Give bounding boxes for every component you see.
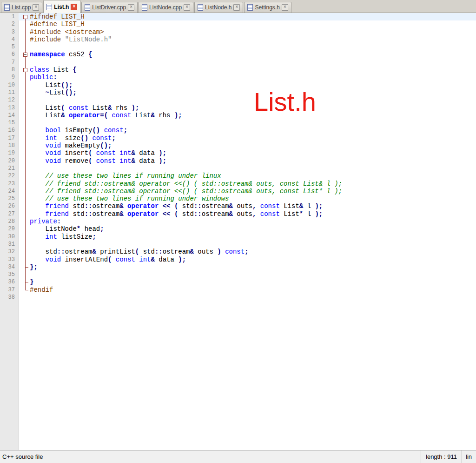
- line-number: 17: [0, 134, 19, 142]
- code-line[interactable]: 8class List {: [0, 66, 476, 74]
- file-icon: [85, 4, 90, 11]
- code-line[interactable]: 20 void remove( const int& data );: [0, 157, 476, 165]
- tab-close-icon[interactable]: ×: [233, 4, 240, 11]
- code-line[interactable]: 6namespace cs52 {: [0, 51, 476, 58]
- file-icon: [46, 4, 52, 10]
- tab-list-cpp[interactable]: List.cpp×: [1, 2, 42, 13]
- code-area[interactable]: 1#ifndef LIST_H2#define LIST_H3#include …: [0, 13, 476, 301]
- fold-guide: [19, 218, 29, 225]
- line-number: 29: [0, 225, 19, 233]
- fold-guide: [19, 294, 29, 301]
- line-number: 20: [0, 157, 19, 165]
- tab-close-icon[interactable]: ×: [128, 4, 134, 11]
- code-text: [29, 96, 476, 104]
- fold-guide: [19, 36, 29, 43]
- line-number: 37: [0, 286, 19, 294]
- code-line[interactable]: 34};: [0, 263, 476, 271]
- file-icon: [142, 4, 147, 11]
- tab-settings-h[interactable]: Settings.h×: [244, 2, 291, 13]
- editor[interactable]: 1#ifndef LIST_H2#define LIST_H3#include …: [0, 13, 476, 450]
- line-number: 24: [0, 188, 19, 195]
- code-line[interactable]: 26 friend std::ostream& operator << ( st…: [0, 202, 476, 210]
- code-text: void insertAtEnd( const int& data );: [29, 256, 476, 263]
- fold-guide: [19, 43, 29, 51]
- code-line[interactable]: 12: [0, 96, 476, 104]
- line-number: 8: [0, 66, 19, 74]
- code-line[interactable]: 31: [0, 241, 476, 248]
- code-line[interactable]: 1#ifndef LIST_H: [0, 13, 476, 20]
- fold-guide: [19, 188, 29, 195]
- fold-guide: [19, 165, 29, 172]
- code-text: friend std::ostream& operator << ( std::…: [29, 202, 476, 210]
- line-number: 26: [0, 202, 19, 210]
- line-number: 3: [0, 28, 19, 36]
- code-line[interactable]: 2#define LIST_H: [0, 20, 476, 28]
- tab-listdriver-cpp[interactable]: ListDriver.cpp×: [81, 2, 138, 13]
- tab-list-h[interactable]: List.h×: [43, 0, 80, 13]
- code-line[interactable]: 7: [0, 59, 476, 66]
- code-line[interactable]: 33 void insertAtEnd( const int& data );: [0, 256, 476, 263]
- code-text: ListNode* head;: [29, 225, 476, 233]
- code-line[interactable]: 24 // friend std::ostream& operator <<()…: [0, 188, 476, 195]
- code-line[interactable]: 4#include "ListNode.h": [0, 36, 476, 43]
- code-line[interactable]: 22 // use these two lines if running und…: [0, 172, 476, 180]
- code-line[interactable]: 29 ListNode* head;: [0, 225, 476, 233]
- code-line[interactable]: 38: [0, 294, 476, 301]
- code-line[interactable]: 14 List& operator=( const List& rhs );: [0, 112, 476, 119]
- code-line[interactable]: 17 int size() const;: [0, 134, 476, 142]
- code-line[interactable]: 3#include <iostream>: [0, 28, 476, 36]
- code-line[interactable]: 11 ~List();: [0, 89, 476, 96]
- line-number: 22: [0, 172, 19, 180]
- line-number: 5: [0, 43, 19, 51]
- code-line[interactable]: 23 // friend std::ostream& operator <<()…: [0, 180, 476, 188]
- tab-label: ListNode.cpp: [149, 4, 182, 11]
- code-line[interactable]: 27 friend std::ostream& operator << ( st…: [0, 210, 476, 218]
- code-line[interactable]: 15: [0, 119, 476, 127]
- code-text: #include <iostream>: [29, 28, 476, 36]
- fold-guide: [19, 180, 29, 188]
- tab-listnode-h[interactable]: ListNode.h×: [194, 2, 243, 13]
- file-icon: [4, 4, 10, 11]
- fold-guide: [19, 202, 29, 210]
- code-line[interactable]: 10 List();: [0, 81, 476, 89]
- code-line[interactable]: 13 List( const List& rhs );: [0, 104, 476, 112]
- line-number: 15: [0, 119, 19, 127]
- code-line[interactable]: 35: [0, 271, 476, 278]
- fold-guide: [19, 286, 29, 294]
- fold-toggle-icon[interactable]: [19, 66, 29, 74]
- fold-guide: [19, 20, 29, 28]
- code-line[interactable]: 5: [0, 43, 476, 51]
- code-line[interactable]: 9public:: [0, 74, 476, 81]
- code-line[interactable]: 21: [0, 165, 476, 172]
- fold-guide: [19, 172, 29, 180]
- tab-close-icon[interactable]: ×: [71, 4, 77, 10]
- code-line[interactable]: 37#endif: [0, 286, 476, 294]
- line-number: 4: [0, 36, 19, 43]
- tab-close-icon[interactable]: ×: [33, 4, 39, 11]
- tab-label: ListDriver.cpp: [92, 4, 126, 11]
- code-line[interactable]: 25 // use these two lines if running und…: [0, 195, 476, 202]
- fold-toggle-icon[interactable]: [19, 13, 29, 20]
- line-number: 6: [0, 51, 19, 58]
- line-number: 16: [0, 127, 19, 134]
- code-line[interactable]: 18 void makeEmpty();: [0, 142, 476, 149]
- code-line[interactable]: 30 int listSize;: [0, 233, 476, 241]
- code-line[interactable]: 28private:: [0, 218, 476, 225]
- fold-guide: [19, 248, 29, 255]
- tab-listnode-cpp[interactable]: ListNode.cpp×: [139, 2, 193, 13]
- line-number: 35: [0, 271, 19, 278]
- tab-close-icon[interactable]: ×: [282, 4, 288, 11]
- code-line[interactable]: 16 bool isEmpty() const;: [0, 127, 476, 134]
- line-number: 2: [0, 20, 19, 28]
- code-text: void insert( const int& data );: [29, 149, 476, 157]
- line-number: 7: [0, 59, 19, 66]
- code-line[interactable]: 32 std::ostream& printList( std::ostream…: [0, 248, 476, 255]
- fold-guide: [19, 81, 29, 89]
- code-text: [29, 241, 476, 248]
- file-icon: [247, 4, 253, 11]
- fold-toggle-icon[interactable]: [19, 51, 29, 58]
- tab-close-icon[interactable]: ×: [184, 4, 190, 11]
- code-text: [29, 294, 476, 301]
- code-line[interactable]: 36}: [0, 278, 476, 286]
- code-line[interactable]: 19 void insert( const int& data );: [0, 149, 476, 157]
